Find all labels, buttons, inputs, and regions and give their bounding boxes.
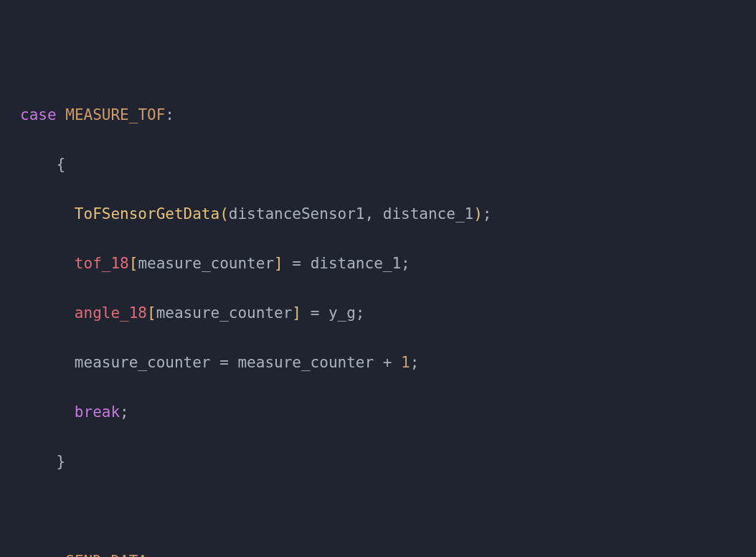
code-line[interactable]: ToFSensorGetData(distanceSensor1, distan… [0, 202, 756, 227]
code-line[interactable] [0, 500, 756, 525]
array-name: tof_18 [75, 255, 129, 272]
case-label: SEND_DATA [65, 553, 147, 557]
keyword-break: break [75, 403, 120, 421]
code-line[interactable]: } [0, 450, 756, 475]
code-line[interactable]: case MEASURE_TOF: [0, 103, 756, 128]
keyword-case: case [20, 553, 57, 557]
array-name: angle_18 [75, 304, 147, 322]
code-line[interactable]: measure_counter = measure_counter + 1; [0, 350, 756, 375]
function-call: ToFSensorGetData [75, 205, 219, 223]
case-label: MEASURE_TOF [65, 106, 165, 123]
brace-open: { [57, 156, 66, 173]
code-line[interactable]: tof_18[measure_counter] = distance_1; [0, 251, 756, 276]
keyword-case: case [20, 106, 57, 123]
brace-close: } [57, 453, 66, 470]
code-line[interactable]: break; [0, 400, 756, 425]
code-line[interactable]: angle_18[measure_counter] = y_g; [0, 301, 756, 326]
code-line[interactable]: { [0, 152, 756, 177]
code-line[interactable]: case SEND_DATA: [0, 549, 756, 557]
